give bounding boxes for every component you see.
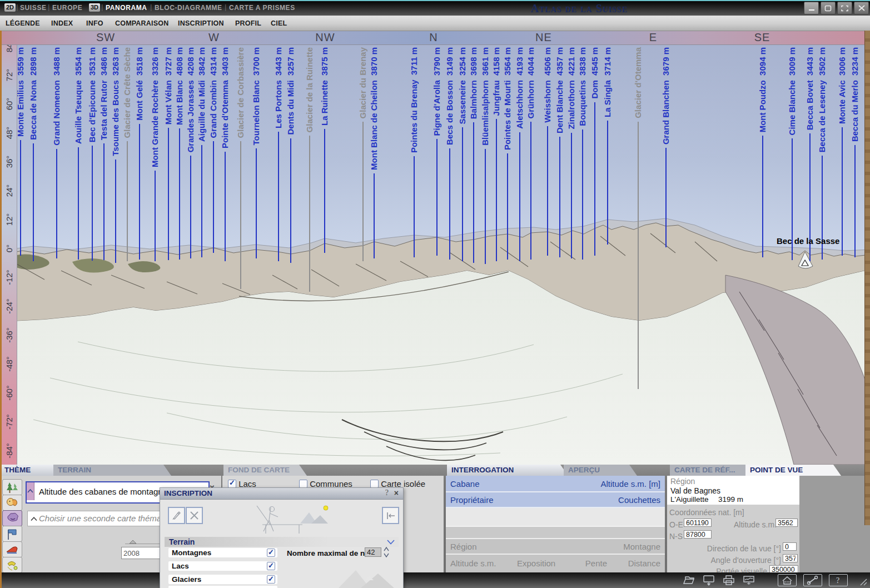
peak-label: Weisshorn 4506 m <box>543 47 553 123</box>
ruler-tick: 0° <box>4 245 14 252</box>
tab-terrain[interactable]: TERRAIN <box>53 465 171 476</box>
nav-3d[interactable]: 3D <box>89 3 100 12</box>
dialog-close-button[interactable]: × <box>394 489 399 497</box>
layer-checkbox[interactable] <box>267 575 275 584</box>
angle-input[interactable] <box>783 554 798 562</box>
leader-line <box>362 122 364 261</box>
result-row[interactable]: Propriétaire Couchettes <box>446 492 665 508</box>
altitude-input[interactable] <box>775 519 798 527</box>
printer-icon[interactable] <box>722 575 735 586</box>
theme-category-transport-button[interactable] <box>2 541 22 557</box>
region-label: Région <box>670 477 695 486</box>
interrogation-panel: INTERROGATION APERÇU Cabane Altitude s.m… <box>446 465 665 572</box>
layer-checkbox[interactable] <box>267 549 275 557</box>
peak-label: Tournelon Blanc 3700 m <box>251 47 261 145</box>
viewpoint-form: Région Val de Bagnes L'Aiguillette 3199 … <box>667 476 799 572</box>
checkbox[interactable] <box>299 480 307 488</box>
tab-point-de-vue[interactable]: POINT DE VUE <box>745 465 841 476</box>
leader-line <box>225 152 226 261</box>
panorama-view[interactable]: SWWNWNNEESE 84°72°60°48°36°24°12°0°-12°-… <box>0 31 870 465</box>
maximize-button[interactable] <box>821 2 836 14</box>
leader-line <box>582 129 583 260</box>
peak-label: Jungfrau 4158 m <box>491 47 501 116</box>
annotate-delete-button[interactable] <box>186 507 203 524</box>
leader-line <box>607 121 608 245</box>
leader-line <box>168 128 169 260</box>
theme-category-society-button[interactable] <box>2 495 22 511</box>
attribute-label: Altitude s.m. <box>450 559 496 568</box>
open-folder-icon[interactable] <box>682 575 695 586</box>
region-box: Région Val de Bagnes L'Aiguillette 3199 … <box>667 476 799 505</box>
resize-grip-icon[interactable] <box>858 577 868 586</box>
menu-info[interactable]: INFO <box>86 19 103 27</box>
leader-line <box>155 171 156 261</box>
dialog-section-terrain[interactable]: Terrain <box>165 537 399 547</box>
oe-input[interactable] <box>684 519 712 527</box>
map-export-icon[interactable] <box>742 575 755 586</box>
layer-row-glaciers[interactable]: Glaciers <box>168 575 277 584</box>
restore-button[interactable] <box>837 2 852 14</box>
direction-label: Direction de la vue [°] <box>706 544 781 553</box>
tab-carte-de-ref[interactable]: CARTE DE RÉF... <box>670 465 758 476</box>
menu-profil[interactable]: PROFIL <box>235 19 261 27</box>
nav-panorama[interactable]: PANORAMA <box>106 4 147 12</box>
leader-line <box>127 141 128 261</box>
menu-inscription[interactable]: INSCRIPTION <box>178 19 224 27</box>
hut-icon <box>780 575 794 585</box>
close-button[interactable] <box>854 2 869 14</box>
theme-select-handle[interactable] <box>27 482 34 500</box>
theme-category-nature-button[interactable] <box>2 479 22 495</box>
ruler-tick: 72° <box>4 69 14 82</box>
nav-suisse[interactable]: SUISSE <box>20 4 47 12</box>
leader-line <box>496 119 497 261</box>
tab-apercu[interactable]: APERÇU <box>564 465 637 476</box>
help-button[interactable]: ? <box>829 574 848 586</box>
peak-label: Mont Blanc de Cheilon 3870 m <box>369 47 379 170</box>
inscription-dialog-titlebar[interactable]: INSCRIPTION ? × <box>160 488 403 500</box>
minimize-button[interactable] <box>804 2 819 14</box>
checkbox[interactable] <box>370 480 379 488</box>
result-row[interactable]: Cabane Altitude s.m. [m] <box>446 476 665 492</box>
theme-category-communication-button[interactable] <box>2 557 22 573</box>
screen-export-icon[interactable] <box>702 575 715 586</box>
peak-label: Becca Bovet 3443 m <box>805 47 815 130</box>
max-names-spinner[interactable] <box>383 546 390 558</box>
glacier-label: Glacier d'Otemma <box>633 47 643 118</box>
inscription-dialog[interactable]: INSCRIPTION ? × <box>160 487 404 588</box>
menu-index[interactable]: INDEX <box>51 19 73 27</box>
direction-input[interactable] <box>783 542 797 551</box>
tools-button[interactable] <box>803 574 822 586</box>
nav-carte-a-prismes[interactable]: CARTE A PRISMES <box>229 4 295 12</box>
peak-label: Zinalrothorn 4221 m <box>566 47 576 129</box>
theme-category-state-button[interactable] <box>2 526 22 542</box>
max-names-input[interactable] <box>365 547 381 557</box>
chevron-down-icon[interactable] <box>386 539 395 545</box>
menu-ciel[interactable]: CIEL <box>271 19 287 27</box>
peak-label: La Ruinette 3875 m <box>320 47 330 126</box>
tab-interrogation[interactable]: INTERROGATION <box>447 465 568 476</box>
ns-input[interactable] <box>684 530 712 539</box>
peak-label: Les Portons 3443 m <box>274 47 284 128</box>
checkbox[interactable] <box>228 480 236 488</box>
nav-bloc-diagramme[interactable]: BLOC-DIAGRAMME <box>155 4 222 12</box>
nav-europe[interactable]: EUROPE <box>52 4 82 12</box>
reset-names-button[interactable] <box>382 507 399 524</box>
leader-line <box>485 149 486 264</box>
annotate-pen-button[interactable] <box>168 507 185 524</box>
chevron-up-icon <box>27 488 34 494</box>
menu-comparaison[interactable]: COMPARAISON <box>115 19 168 27</box>
layer-checkbox[interactable] <box>267 562 275 570</box>
layer-row-montagnes[interactable]: Montagnes <box>168 548 277 557</box>
peak-label: Aiguille du Midi 3842 m <box>197 47 207 142</box>
nav-2d[interactable]: 2D <box>4 3 16 12</box>
dialog-help-button[interactable]: ? <box>385 489 389 497</box>
layer-row-lacs[interactable]: Lacs <box>168 561 277 571</box>
oe-label: O-E <box>669 520 683 529</box>
attribute-label: Distance <box>628 559 660 568</box>
menu-legende[interactable]: LÉGENDE <box>6 19 40 27</box>
leader-line <box>56 149 57 258</box>
year-field[interactable] <box>121 547 165 559</box>
year-slider-thumb[interactable] <box>129 540 137 544</box>
theme-category-environment-button-selected[interactable] <box>2 510 22 526</box>
hut-info-button[interactable] <box>778 574 797 586</box>
